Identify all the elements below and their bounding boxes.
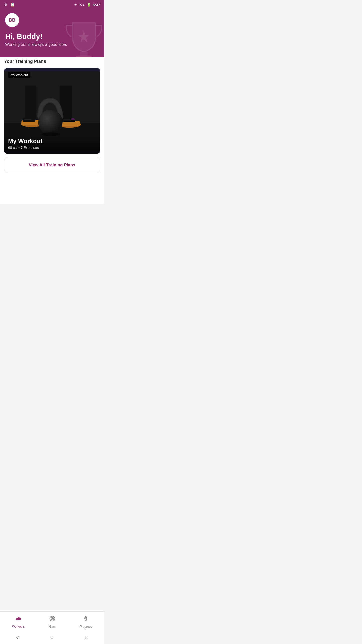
svg-point-18 bbox=[38, 110, 63, 134]
settings-icon: ⚙ bbox=[4, 3, 7, 7]
card-workout-meta: 68 cal • 7 Exercises bbox=[8, 146, 96, 150]
svg-rect-16 bbox=[71, 118, 75, 120]
header-section: BB Hi, Buddy! Working out is always a go… bbox=[0, 9, 104, 57]
svg-rect-11 bbox=[24, 119, 31, 120]
card-workout-name: My Workout bbox=[8, 138, 96, 145]
trophy-icon bbox=[63, 18, 104, 57]
status-bar-right: ★ 4G▲ 🔋 6:37 bbox=[74, 3, 100, 7]
time-display: 6:37 bbox=[93, 3, 100, 7]
clipboard-icon: 📋 bbox=[10, 3, 15, 7]
view-all-training-plans-button[interactable]: View All Training Plans bbox=[4, 158, 100, 172]
card-image: My Workout My Workout 68 cal • 7 Exercis… bbox=[4, 68, 100, 154]
svg-rect-1 bbox=[76, 56, 92, 57]
status-bar: ⚙ 📋 ★ 4G▲ 🔋 6:37 bbox=[0, 0, 104, 9]
avatar: BB bbox=[5, 13, 19, 27]
bluetooth-icon: ★ bbox=[74, 3, 77, 7]
main-content: Your Training Plans bbox=[0, 53, 104, 204]
battery-icon: 🔋 bbox=[87, 3, 91, 7]
card-tag: My Workout bbox=[8, 72, 30, 78]
section-title: Your Training Plans bbox=[4, 59, 100, 64]
training-plan-card[interactable]: My Workout My Workout 68 cal • 7 Exercis… bbox=[4, 68, 100, 154]
card-bottom-overlay: My Workout 68 cal • 7 Exercises bbox=[4, 134, 100, 154]
svg-rect-15 bbox=[63, 119, 71, 121]
status-bar-left: ⚙ 📋 bbox=[4, 3, 15, 7]
signal-indicator: 4G▲ bbox=[79, 3, 85, 6]
